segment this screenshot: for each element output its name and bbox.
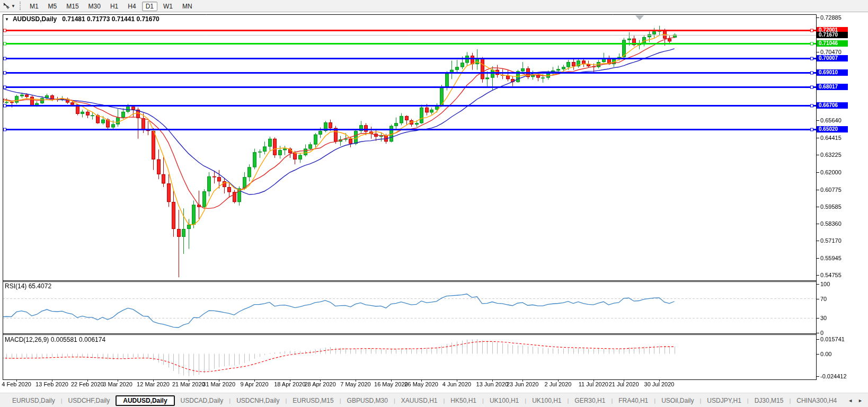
date-axis-label: 16 May 2020 [374,381,408,387]
price-axis-tick: 0.57170 [820,237,842,244]
price-axis-tick: 0.62000 [820,169,842,175]
date-axis-label: 23 Jun 2020 [507,381,539,387]
price-level-badge[interactable]: 0.69010 [817,69,848,76]
timeframe-button-d1[interactable]: D1 [142,2,157,11]
chart-tabs: EURUSD,Daily|USDCHF,DailyAUDUSD,DailyUSD… [0,395,843,406]
tab-usdchf-daily[interactable]: USDCHF,Daily [63,396,116,405]
date-axis-label: 21 Jul 2020 [609,381,639,387]
rsi-axis-tick: 30 [820,315,827,321]
triangle-down-icon[interactable]: ▼ [5,17,9,22]
date-axis-label: 7 May 2020 [340,381,370,387]
timeframe-buttons: M1M5M15M30H1H4D1W1MN [25,1,197,11]
chart-symbol: AUDUSD,Daily [13,15,57,23]
rsi-axis-tick: 100 [820,281,830,287]
tab-china300-h4[interactable]: CHINA300,H4 [791,396,843,405]
date-axis-label: 4 Feb 2020 [2,381,31,387]
price-level-badge[interactable]: 0.70007 [817,55,848,61]
price-axis-tick: 0.58360 [820,220,842,227]
toolbar-grip[interactable] [20,2,21,10]
current-price-badge[interactable]: 0.71670 [817,32,848,38]
date-axis-label: 31 Mar 2020 [202,381,235,387]
timeframe-button-mn[interactable]: MN [179,2,196,11]
tab-ger30-h1[interactable]: GER30,H1 [569,396,611,405]
price-axis-tick: 0.65640 [820,117,842,123]
date-axis-label: 21 Mar 2020 [172,381,205,387]
price-axis-tick: 0.60775 [820,187,842,193]
tab-eurusd-daily[interactable]: EURUSD,Daily [6,396,61,405]
tab-xauusd-h1[interactable]: XAUUSD,H1 [395,396,444,405]
toolbar: ▼ M1M5M15M30H1H4D1W1MN [0,0,868,12]
macd-indicator-label: MACD(12,26,9) 0.005581 0.006174 [5,336,105,343]
date-axis-label: 13 Jun 2020 [476,381,509,387]
price-level-badge[interactable]: 0.68017 [817,84,848,90]
timeframe-button-w1[interactable]: W1 [160,2,176,11]
tab-audusd-daily[interactable]: AUDUSD,Daily [116,395,174,406]
price-axis-tick: 0.64415 [820,135,842,141]
date-axis-label: 30 Jul 2020 [644,381,675,387]
chart-title: ▼ AUDUSD,Daily 0.71481 0.71773 0.71441 0… [5,15,160,23]
rsi-axis-tick: 70 [820,296,827,302]
date-axis-label: 28 Apr 2020 [304,381,335,387]
price-axis-tick: 0.70470 [820,49,842,55]
tab-fra40-h1[interactable]: FRA40,H1 [613,396,654,405]
date-axis-label: 3 Mar 2020 [103,381,132,387]
chart-tab-bar: EURUSD,Daily|USDCHF,DailyAUDUSD,DailyUSD… [0,393,868,407]
chevron-down-icon[interactable]: ▼ [11,4,15,8]
price-axis-tick: 0.59585 [820,204,842,210]
date-axis-label: 22 Feb 2020 [71,381,104,387]
price-axis-tick: 0.72885 [820,14,842,21]
chart-shift-marker[interactable] [635,15,644,20]
price-axis-tick: 0.63225 [820,152,842,158]
macd-axis-tick: 0.00 [820,351,831,357]
timeframe-button-m30[interactable]: M30 [85,2,104,11]
tab-usdcad-daily[interactable]: USDCAD,Daily [175,396,229,405]
timeframe-button-h4[interactable]: H4 [124,2,139,11]
price-level-badge[interactable]: 0.65020 [817,126,848,132]
price-chart-canvas[interactable] [0,0,868,407]
tab-hk50-h1[interactable]: HK50,H1 [445,396,482,405]
tab-dj30-m15[interactable]: DJ30,M15 [749,396,790,405]
rsi-indicator-label: RSI(14) 65.4072 [5,282,51,290]
price-level-badge[interactable]: 0.71046 [817,40,848,47]
timeframe-button-m15[interactable]: M15 [63,2,82,11]
macd-axis-tick: 0.015741 [820,336,845,342]
tab-uk100-h1[interactable]: UK100,H1 [484,396,525,405]
date-axis-label: 9 Apr 2020 [240,381,268,387]
date-axis-label: 13 Feb 2020 [36,381,68,387]
tab-usdcnh-daily[interactable]: USDCNH,Daily [231,396,285,405]
chart-ohlc-values: 0.71481 0.71773 0.71441 0.71670 [62,15,160,23]
tab-usoil-daily[interactable]: USOil,Daily [656,396,699,405]
tab-eurusd-m15[interactable]: EURUSD,M15 [287,396,339,405]
tab-scroll-arrows: ◄ ► [843,398,868,403]
macd-axis-tick: -0.024412 [820,373,847,379]
tab-uk100-h1[interactable]: UK100,H1 [526,396,567,405]
scroll-left-icon[interactable]: ◄ [848,398,853,403]
date-axis-label: 2 Jul 2020 [545,381,572,387]
date-axis-label: 26 May 2020 [404,381,438,387]
date-axis-label: 11 Jul 2020 [579,381,608,387]
scroll-right-icon[interactable]: ► [858,398,863,403]
price-axis-tick: 0.55945 [820,255,842,261]
tab-usdjpy-h1[interactable]: USDJPY,H1 [701,396,747,405]
date-axis-label: 12 Mar 2020 [137,381,170,387]
price-axis-tick: 0.54755 [820,272,842,278]
date-axis-label: 4 Jun 2020 [442,381,471,387]
date-axis-label: 18 Apr 2020 [274,381,305,387]
tab-gbpusd-m30[interactable]: GBPUSD,M30 [341,396,394,405]
timeframe-button-m5[interactable]: M5 [45,2,61,11]
crosshair-icon[interactable] [2,2,11,10]
price-level-badge[interactable]: 0.66706 [817,102,848,109]
timeframe-button-h1[interactable]: H1 [107,2,122,11]
timeframe-button-m1[interactable]: M1 [26,2,42,11]
rsi-axis-tick: 0 [820,330,823,336]
